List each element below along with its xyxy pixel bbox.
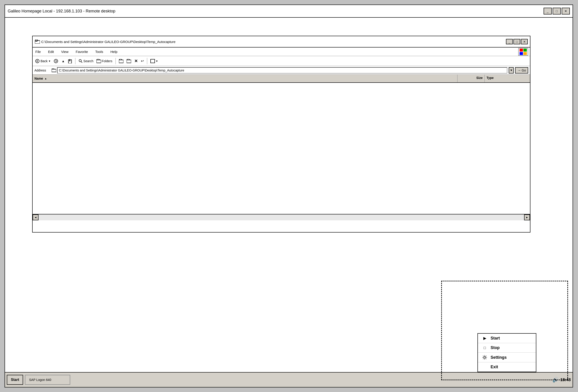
delete-icon: ✕	[134, 59, 138, 64]
remote-desktop-close-btn[interactable]: ✕	[562, 8, 570, 14]
address-input[interactable]: C:\Documents and Settings\Administrator …	[57, 67, 507, 74]
back-label: Back	[41, 59, 48, 63]
windows-logo	[518, 48, 528, 56]
context-menu-stop[interactable]: □ Stop	[478, 343, 536, 353]
column-name-header[interactable]: Name ▲	[33, 75, 458, 82]
up-button[interactable]: ▲	[61, 59, 66, 63]
svg-rect-8	[119, 60, 123, 63]
context-menu-stop-label: Stop	[490, 345, 500, 350]
forward-icon	[54, 59, 58, 63]
stop-icon: □	[482, 346, 488, 350]
back-button[interactable]: Back ▼	[34, 59, 52, 64]
svg-point-3	[54, 59, 58, 63]
start-button[interactable]: Start	[7, 375, 23, 385]
column-type-label: Type	[486, 76, 494, 80]
search-icon	[79, 59, 83, 63]
upload-icon	[68, 59, 72, 63]
remote-desktop-maximize-btn[interactable]: □	[553, 8, 561, 14]
remote-desktop-minimize-btn[interactable]: _	[544, 8, 552, 14]
context-menu-exit[interactable]: Exit	[478, 362, 536, 372]
undo-icon: ↩	[141, 59, 144, 63]
view-dropdown-icon: ▼	[156, 60, 158, 62]
toolbar: Back ▼ ▲	[33, 56, 530, 66]
menu-tools[interactable]: Tools	[94, 49, 104, 54]
file-list	[33, 83, 530, 214]
explorer-minimize-btn[interactable]: _	[506, 39, 513, 44]
context-menu-start[interactable]: ▶ Start	[478, 334, 536, 343]
context-menu-start-label: Start	[490, 336, 500, 341]
svg-rect-10	[151, 59, 155, 63]
column-name-label: Name	[34, 77, 43, 80]
explorer-maximize-btn[interactable]: □	[513, 39, 520, 44]
svg-point-2	[36, 59, 39, 63]
svg-rect-11	[52, 69, 56, 72]
gear-icon	[482, 355, 487, 360]
view-icon	[150, 59, 155, 63]
horizontal-scrollbar: ◄ ►	[33, 214, 530, 220]
toolbar-sep-2	[115, 58, 116, 64]
back-dropdown-icon[interactable]: ▼	[48, 60, 51, 62]
forward-button[interactable]	[53, 59, 59, 64]
upload-button[interactable]	[67, 58, 73, 64]
folder-icon	[35, 39, 40, 44]
scroll-right-btn[interactable]: ►	[524, 214, 530, 220]
address-go-arrow: →	[517, 68, 521, 72]
address-go-label: Go	[522, 69, 526, 72]
address-bar: Address C:\Documents and Settings\Admini…	[33, 66, 530, 75]
menu-help[interactable]: Help	[110, 49, 118, 54]
new-folder-button[interactable]	[118, 59, 124, 64]
copy-folder-icon	[127, 59, 131, 63]
delete-button[interactable]: ✕	[133, 58, 139, 64]
svg-point-12	[484, 356, 485, 358]
explorer-title-text: C:\Documents and Settings\Administrator …	[41, 40, 176, 44]
play-icon: ▶	[482, 336, 488, 340]
remote-desktop-title: Galileo Homepage Local - 192.168.1.103 -…	[8, 9, 115, 14]
back-icon	[35, 59, 40, 63]
svg-rect-9	[127, 60, 131, 63]
address-dropdown-btn[interactable]: ▼	[509, 67, 514, 74]
scroll-track[interactable]	[39, 214, 524, 220]
address-path-text: C:\Documents and Settings\Administrator …	[59, 69, 184, 72]
remote-desktop-titlebar: Galileo Homepage Local - 192.168.1.103 -…	[5, 5, 573, 18]
svg-rect-7	[96, 60, 101, 63]
menu-file[interactable]: File	[34, 49, 42, 54]
toolbar-sep-1	[75, 58, 75, 64]
folders-icon	[96, 59, 101, 63]
explorer-titlebar-btns: _ □ ✕	[506, 39, 528, 44]
svg-line-6	[81, 62, 82, 63]
folders-label: Folders	[102, 59, 112, 63]
menu-edit[interactable]: Edit	[47, 49, 55, 54]
column-size-label: Size	[476, 76, 483, 80]
menu-view[interactable]: View	[60, 49, 69, 54]
scroll-left-btn[interactable]: ◄	[33, 214, 39, 220]
address-folder-icon	[52, 69, 56, 72]
context-menu-settings-label: Settings	[490, 355, 507, 360]
up-icon: ▲	[62, 59, 65, 63]
column-size-header[interactable]: Size	[458, 75, 485, 82]
view-button[interactable]: ▼	[149, 59, 159, 64]
context-menu-settings[interactable]: Settings	[478, 353, 536, 362]
copy-folder-button[interactable]	[126, 59, 132, 64]
explorer-close-btn[interactable]: ✕	[521, 39, 528, 44]
context-menu-exit-label: Exit	[490, 365, 498, 369]
explorer-window: C:\Documents and Settings\Administrator …	[32, 36, 530, 233]
column-type-header[interactable]: Type	[485, 75, 530, 82]
new-folder-icon	[119, 59, 123, 63]
menu-bar: File Edit View Favorite Tools Help	[33, 47, 530, 56]
address-label: Address	[34, 69, 50, 72]
settings-icon	[482, 355, 488, 360]
undo-button[interactable]: ↩	[140, 58, 145, 64]
remote-desktop-window: Galileo Homepage Local - 192.168.1.103 -…	[4, 4, 573, 388]
explorer-titlebar: C:\Documents and Settings\Administrator …	[33, 36, 530, 47]
column-headers: Name ▲ Size Type	[33, 75, 530, 83]
explorer-title-left: C:\Documents and Settings\Administrator …	[35, 39, 176, 44]
remote-desktop-titlebar-buttons: _ □ ✕	[544, 8, 570, 14]
svg-point-5	[79, 59, 81, 62]
menu-favorite[interactable]: Favorite	[75, 49, 89, 54]
svg-rect-1	[35, 40, 37, 41]
search-label: Search	[83, 59, 93, 63]
search-button[interactable]: Search	[78, 59, 94, 64]
address-go-btn[interactable]: → Go	[515, 67, 528, 74]
taskbar-item-sap[interactable]: SAP Logon 640	[25, 375, 70, 385]
folders-button[interactable]: Folders	[96, 59, 113, 64]
